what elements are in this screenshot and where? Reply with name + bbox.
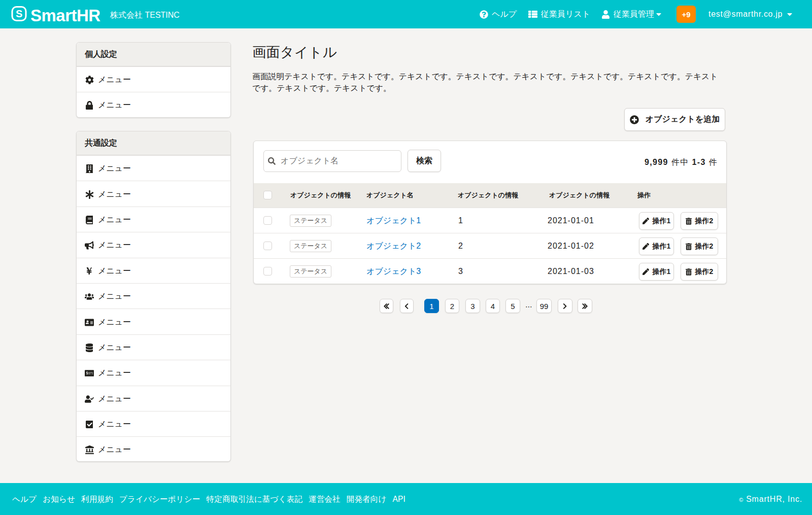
svg-text:S: S (16, 8, 22, 19)
